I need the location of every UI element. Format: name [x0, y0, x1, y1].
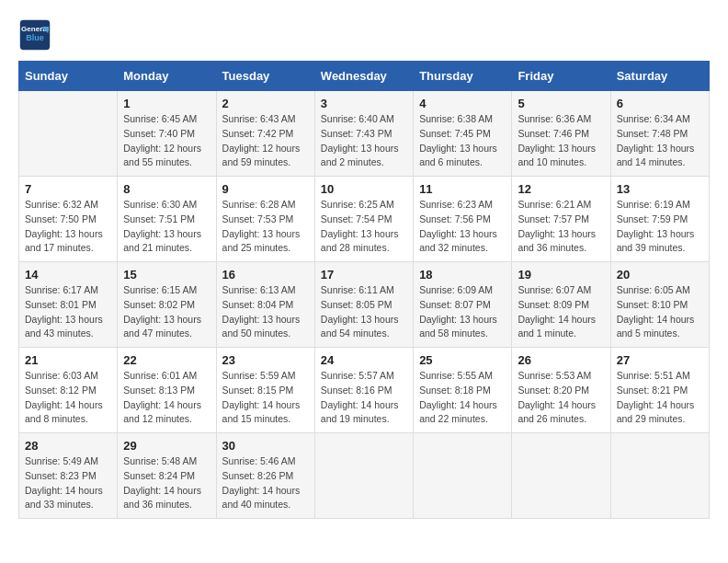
calendar-cell: 1Sunrise: 6:45 AM Sunset: 7:40 PM Daylig…	[118, 91, 216, 177]
day-info: Sunrise: 6:21 AM Sunset: 7:57 PM Dayligh…	[518, 198, 604, 256]
day-number: 22	[123, 353, 210, 367]
day-number: 28	[25, 439, 111, 453]
calendar-cell	[314, 433, 413, 519]
day-number: 16	[222, 268, 309, 282]
calendar-cell: 5Sunrise: 6:36 AM Sunset: 7:46 PM Daylig…	[512, 91, 610, 177]
day-number: 17	[321, 268, 407, 282]
calendar-cell: 22Sunrise: 6:01 AM Sunset: 8:13 PM Dayli…	[118, 348, 216, 433]
day-info: Sunrise: 6:23 AM Sunset: 7:56 PM Dayligh…	[419, 198, 506, 256]
header: General Blue	[18, 18, 710, 52]
day-info: Sunrise: 6:38 AM Sunset: 7:45 PM Dayligh…	[419, 112, 506, 170]
calendar-cell: 16Sunrise: 6:13 AM Sunset: 8:04 PM Dayli…	[216, 262, 314, 348]
day-number: 7	[25, 182, 111, 196]
day-number: 6	[617, 97, 703, 110]
calendar-cell: 2Sunrise: 6:43 AM Sunset: 7:42 PM Daylig…	[216, 91, 314, 177]
day-number: 11	[419, 182, 506, 196]
calendar-cell: 17Sunrise: 6:11 AM Sunset: 8:05 PM Dayli…	[314, 262, 413, 348]
day-number: 3	[321, 97, 407, 110]
day-number: 18	[419, 268, 506, 282]
header-day-sunday: Sunday	[19, 62, 118, 91]
calendar-table: SundayMondayTuesdayWednesdayThursdayFrid…	[18, 61, 710, 519]
calendar-cell: 8Sunrise: 6:30 AM Sunset: 7:51 PM Daylig…	[118, 177, 216, 262]
header-day-monday: Monday	[118, 62, 216, 91]
day-info: Sunrise: 6:40 AM Sunset: 7:43 PM Dayligh…	[321, 112, 407, 170]
day-number: 2	[222, 97, 309, 110]
calendar-cell: 3Sunrise: 6:40 AM Sunset: 7:43 PM Daylig…	[314, 91, 413, 177]
day-info: Sunrise: 6:01 AM Sunset: 8:13 PM Dayligh…	[123, 369, 210, 427]
header-day-thursday: Thursday	[414, 62, 512, 91]
day-info: Sunrise: 6:17 AM Sunset: 8:01 PM Dayligh…	[25, 283, 111, 341]
calendar-cell: 10Sunrise: 6:25 AM Sunset: 7:54 PM Dayli…	[314, 177, 413, 262]
day-number: 5	[518, 97, 604, 110]
day-number: 23	[222, 353, 309, 367]
day-number: 1	[123, 97, 210, 110]
calendar-cell	[512, 433, 610, 519]
day-number: 13	[617, 182, 703, 196]
day-info: Sunrise: 6:07 AM Sunset: 8:09 PM Dayligh…	[518, 283, 604, 341]
day-info: Sunrise: 6:45 AM Sunset: 7:40 PM Dayligh…	[123, 112, 210, 170]
day-number: 9	[222, 182, 309, 196]
day-info: Sunrise: 6:43 AM Sunset: 7:42 PM Dayligh…	[222, 112, 309, 170]
week-row-2: 7Sunrise: 6:32 AM Sunset: 7:50 PM Daylig…	[19, 177, 710, 262]
calendar-cell	[19, 91, 118, 177]
calendar-cell: 6Sunrise: 6:34 AM Sunset: 7:48 PM Daylig…	[610, 91, 709, 177]
day-info: Sunrise: 6:30 AM Sunset: 7:51 PM Dayligh…	[123, 198, 210, 256]
day-number: 26	[518, 353, 604, 367]
calendar-cell: 23Sunrise: 5:59 AM Sunset: 8:15 PM Dayli…	[216, 348, 314, 433]
day-info: Sunrise: 6:25 AM Sunset: 7:54 PM Dayligh…	[321, 198, 407, 256]
calendar-cell: 15Sunrise: 6:15 AM Sunset: 8:02 PM Dayli…	[118, 262, 216, 348]
day-number: 14	[25, 268, 111, 282]
svg-text:Blue: Blue	[26, 33, 44, 42]
calendar-cell: 9Sunrise: 6:28 AM Sunset: 7:53 PM Daylig…	[216, 177, 314, 262]
day-info: Sunrise: 5:59 AM Sunset: 8:15 PM Dayligh…	[222, 369, 309, 427]
day-number: 19	[518, 268, 604, 282]
header-day-saturday: Saturday	[610, 62, 709, 91]
header-day-wednesday: Wednesday	[314, 62, 413, 91]
logo: General Blue	[18, 18, 57, 52]
week-row-4: 21Sunrise: 6:03 AM Sunset: 8:12 PM Dayli…	[19, 348, 710, 433]
day-info: Sunrise: 5:46 AM Sunset: 8:26 PM Dayligh…	[222, 454, 309, 512]
day-info: Sunrise: 6:13 AM Sunset: 8:04 PM Dayligh…	[222, 283, 309, 341]
calendar-cell: 28Sunrise: 5:49 AM Sunset: 8:23 PM Dayli…	[19, 433, 118, 519]
calendar-header: SundayMondayTuesdayWednesdayThursdayFrid…	[19, 62, 710, 91]
calendar-cell: 14Sunrise: 6:17 AM Sunset: 8:01 PM Dayli…	[19, 262, 118, 348]
day-number: 24	[321, 353, 407, 367]
day-info: Sunrise: 6:05 AM Sunset: 8:10 PM Dayligh…	[617, 283, 703, 341]
week-row-1: 1Sunrise: 6:45 AM Sunset: 7:40 PM Daylig…	[19, 91, 710, 177]
calendar-cell	[610, 433, 709, 519]
day-number: 29	[123, 439, 210, 453]
day-number: 20	[617, 268, 703, 282]
calendar-cell: 20Sunrise: 6:05 AM Sunset: 8:10 PM Dayli…	[610, 262, 709, 348]
calendar-cell: 21Sunrise: 6:03 AM Sunset: 8:12 PM Dayli…	[19, 348, 118, 433]
calendar-body: 1Sunrise: 6:45 AM Sunset: 7:40 PM Daylig…	[19, 91, 710, 519]
calendar-cell	[414, 433, 512, 519]
calendar-cell: 25Sunrise: 5:55 AM Sunset: 8:18 PM Dayli…	[414, 348, 512, 433]
header-day-friday: Friday	[512, 62, 610, 91]
calendar-cell: 27Sunrise: 5:51 AM Sunset: 8:21 PM Dayli…	[610, 348, 709, 433]
week-row-3: 14Sunrise: 6:17 AM Sunset: 8:01 PM Dayli…	[19, 262, 710, 348]
day-number: 30	[222, 439, 309, 453]
day-info: Sunrise: 6:03 AM Sunset: 8:12 PM Dayligh…	[25, 369, 111, 427]
calendar-cell: 13Sunrise: 6:19 AM Sunset: 7:59 PM Dayli…	[610, 177, 709, 262]
day-number: 25	[419, 353, 506, 367]
day-info: Sunrise: 6:19 AM Sunset: 7:59 PM Dayligh…	[617, 198, 703, 256]
day-info: Sunrise: 5:48 AM Sunset: 8:24 PM Dayligh…	[123, 454, 210, 512]
day-info: Sunrise: 5:55 AM Sunset: 8:18 PM Dayligh…	[419, 369, 506, 427]
calendar-cell: 26Sunrise: 5:53 AM Sunset: 8:20 PM Dayli…	[512, 348, 610, 433]
day-number: 4	[419, 97, 506, 110]
calendar-cell: 24Sunrise: 5:57 AM Sunset: 8:16 PM Dayli…	[314, 348, 413, 433]
header-row: SundayMondayTuesdayWednesdayThursdayFrid…	[19, 62, 710, 91]
day-number: 12	[518, 182, 604, 196]
day-info: Sunrise: 6:28 AM Sunset: 7:53 PM Dayligh…	[222, 198, 309, 256]
day-number: 8	[123, 182, 210, 196]
calendar-cell: 19Sunrise: 6:07 AM Sunset: 8:09 PM Dayli…	[512, 262, 610, 348]
day-info: Sunrise: 6:32 AM Sunset: 7:50 PM Dayligh…	[25, 198, 111, 256]
day-info: Sunrise: 5:49 AM Sunset: 8:23 PM Dayligh…	[25, 454, 111, 512]
day-info: Sunrise: 6:11 AM Sunset: 8:05 PM Dayligh…	[321, 283, 407, 341]
calendar-cell: 30Sunrise: 5:46 AM Sunset: 8:26 PM Dayli…	[216, 433, 314, 519]
day-number: 15	[123, 268, 210, 282]
calendar-cell: 7Sunrise: 6:32 AM Sunset: 7:50 PM Daylig…	[19, 177, 118, 262]
day-info: Sunrise: 6:34 AM Sunset: 7:48 PM Dayligh…	[617, 112, 703, 170]
day-info: Sunrise: 5:51 AM Sunset: 8:21 PM Dayligh…	[617, 369, 703, 427]
calendar-cell: 18Sunrise: 6:09 AM Sunset: 8:07 PM Dayli…	[414, 262, 512, 348]
